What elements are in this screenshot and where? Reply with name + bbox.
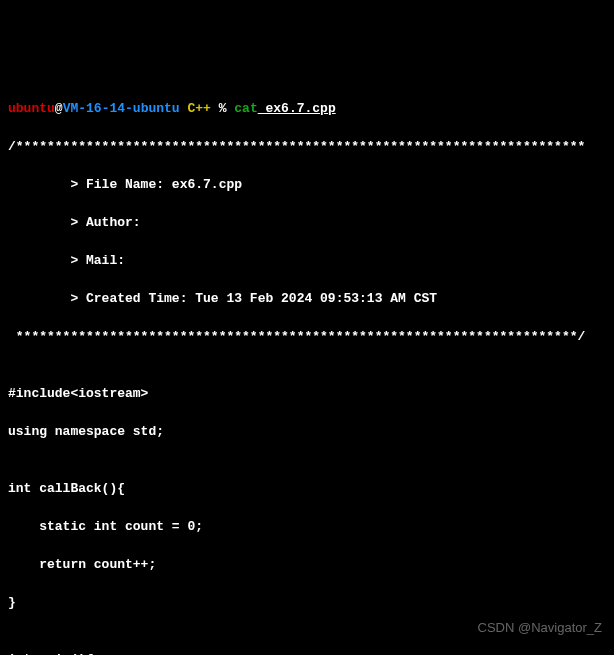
src-main-decl: int main(){ [8, 650, 606, 655]
cmd-arg-filename: ex6.7.cpp [258, 101, 336, 116]
file-header-created: > Created Time: Tue 13 Feb 2024 09:53:13… [8, 289, 606, 308]
src-using: using namespace std; [8, 422, 606, 441]
src-return-count: return count++; [8, 555, 606, 574]
prompt-user: ubuntu [8, 101, 55, 116]
file-header-close: ****************************************… [8, 327, 606, 346]
cmd-cat: cat [226, 101, 257, 116]
file-header-mail: > Mail: [8, 251, 606, 270]
prompt-at: @ [55, 101, 63, 116]
file-header-author: > Author: [8, 213, 606, 232]
src-callback-decl: int callBack(){ [8, 479, 606, 498]
prompt-dir: C++ [180, 101, 211, 116]
watermark: CSDN @Navigator_Z [478, 618, 602, 637]
src-static-count: static int count = 0; [8, 517, 606, 536]
terminal-output: ubuntu@VM-16-14-ubuntu C++ % cat ex6.7.c… [8, 80, 606, 655]
file-header-open: /***************************************… [8, 137, 606, 156]
src-include: #include<iostream> [8, 384, 606, 403]
file-header-filename: > File Name: ex6.7.cpp [8, 175, 606, 194]
prompt-percent: % [211, 101, 227, 116]
prompt-host: VM-16-14-ubuntu [63, 101, 180, 116]
src-callback-close: } [8, 593, 606, 612]
prompt-line-1[interactable]: ubuntu@VM-16-14-ubuntu C++ % cat ex6.7.c… [8, 99, 606, 118]
